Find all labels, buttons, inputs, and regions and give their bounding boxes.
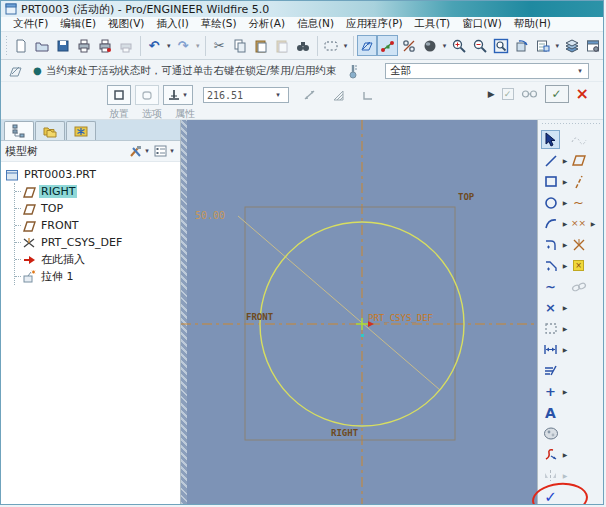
depth-option-dropdown[interactable]: ▾ [181, 91, 189, 99]
tab-options[interactable]: 选项 [142, 108, 162, 119]
text-tool-button[interactable]: A [541, 403, 560, 422]
undo-button[interactable]: ↶ [144, 35, 165, 56]
graphics-area[interactable]: 50.00 TOP FRONT RIGHT PRT_CSYS_DEF [181, 120, 537, 504]
tree-item-label[interactable]: PRT_CSYS_DEF [39, 236, 124, 249]
tree-filters-dropdown[interactable]: ▾ [143, 147, 151, 155]
toolbar-grip[interactable] [5, 36, 9, 56]
rectangle-tool-button[interactable] [541, 172, 560, 191]
spline-tool-button[interactable]: ~ [541, 277, 560, 296]
tree-item-right-plane[interactable]: RIGHT [15, 183, 180, 200]
paste-special-button[interactable] [272, 35, 293, 56]
menu-window[interactable]: 窗口(W) [456, 17, 508, 31]
tab-properties[interactable]: 属性 [175, 108, 195, 119]
view-manager-button[interactable] [582, 35, 603, 56]
datum-display-button[interactable] [377, 35, 398, 56]
copy-button[interactable] [230, 35, 251, 56]
sketch-orientation-button[interactable] [357, 35, 378, 56]
dimension-tool-button[interactable] [541, 340, 560, 359]
menu-analysis[interactable]: 分析(A) [243, 17, 291, 31]
tree-item-label[interactable]: FRONT [39, 219, 81, 232]
tab-folder-browser[interactable] [35, 121, 65, 140]
layers-button[interactable] [561, 35, 582, 56]
tree-item-csys[interactable]: PRT_CSYS_DEF [15, 234, 180, 251]
arc-flyout[interactable]: ▶ [561, 220, 569, 227]
print-button[interactable] [74, 35, 95, 56]
redo-dropdown[interactable]: ▾ [194, 42, 202, 50]
tree-item-top-plane[interactable]: TOP [15, 200, 180, 217]
tree-settings-button[interactable]: ▾ [153, 144, 176, 158]
fillet-tool-button[interactable] [541, 235, 560, 254]
depth-value-input[interactable] [204, 90, 274, 101]
tree-item-label[interactable]: 拉伸 1 [39, 269, 76, 284]
front-plane-tag[interactable]: FRONT [246, 312, 273, 322]
line-tool-button[interactable] [541, 151, 560, 170]
dimension-flyout[interactable]: ▶ [561, 346, 569, 353]
undo-dropdown[interactable]: ▾ [165, 42, 173, 50]
save-button[interactable] [53, 35, 74, 56]
redo-button[interactable]: ↷ [173, 35, 194, 56]
circle-tool-button[interactable] [541, 193, 560, 212]
select-tool-button[interactable] [541, 130, 560, 149]
menu-info[interactable]: 信息(N) [291, 17, 340, 31]
tree-item-part[interactable]: PRT0003.PRT [5, 166, 180, 183]
depth-value-dropdown[interactable]: ▾ [274, 91, 282, 99]
modify-tool-button[interactable] [541, 361, 560, 380]
zoom-in-button[interactable] [448, 35, 469, 56]
menu-help[interactable]: 帮助(H) [508, 17, 557, 31]
print-marked-button[interactable] [95, 35, 116, 56]
tree-settings-dropdown[interactable]: ▾ [168, 147, 176, 155]
palette-tool-button[interactable] [541, 424, 560, 443]
top-plane-tag[interactable]: TOP [458, 192, 474, 202]
depth-value-field[interactable]: ▾ [203, 87, 289, 103]
saved-views-dropdown[interactable]: ▾ [553, 42, 561, 50]
filter-dropdown-arrow[interactable]: ▾ [576, 67, 584, 75]
sketch-done-button[interactable]: ✓ [541, 487, 560, 505]
line-flyout[interactable]: ▶ [561, 157, 569, 164]
paste-button[interactable] [251, 35, 272, 56]
constrain-tool-button[interactable]: + [541, 382, 560, 401]
resume-icon[interactable]: ▶ [488, 89, 495, 99]
selection-filter-dropdown[interactable]: ▾ [342, 42, 350, 50]
secondary-centerline-button[interactable] [569, 172, 588, 191]
use-edge-tool-button[interactable] [541, 319, 560, 338]
tab-favorites[interactable] [66, 121, 96, 140]
message-filter-select[interactable]: 全部 ▾ [385, 63, 589, 79]
menu-sketch[interactable]: 草绘(S) [195, 17, 243, 31]
cancel-button[interactable]: × [576, 87, 589, 101]
tree-item-insert-here[interactable]: 在此插入 [15, 251, 180, 268]
new-file-button[interactable] [11, 35, 32, 56]
secondary-points-button[interactable]: ×× [569, 214, 588, 233]
constrain-flyout[interactable]: ▶ [561, 388, 569, 395]
circle-flyout[interactable]: ▶ [561, 199, 569, 206]
tree-item-label[interactable]: 在此插入 [39, 252, 87, 267]
cut-button[interactable]: ✂ [209, 35, 230, 56]
preview-checkbox[interactable]: ✓ [502, 88, 514, 100]
menu-file[interactable]: 文件(F) [7, 17, 54, 31]
open-file-button[interactable] [32, 35, 53, 56]
tree-filters-button[interactable]: ▾ [128, 144, 151, 158]
secondary-parallelogram-button[interactable] [569, 151, 588, 170]
right-plane-tag[interactable]: RIGHT [331, 428, 358, 438]
refit-button[interactable] [490, 35, 511, 56]
chamfer-flyout[interactable]: ▶ [561, 262, 569, 269]
use-edge-flyout[interactable]: ▶ [561, 325, 569, 332]
tree-item-extrude[interactable]: 拉伸 1 [15, 268, 180, 285]
verify-glasses-icon[interactable] [521, 88, 538, 100]
zoom-out-button[interactable] [469, 35, 490, 56]
secondary-csys-button[interactable] [569, 235, 588, 254]
point-tool-button[interactable]: × [541, 298, 560, 317]
depth-option-button[interactable]: ▾ [163, 85, 193, 105]
internal-section-button[interactable] [107, 85, 131, 105]
menu-insert[interactable]: 插入(I) [150, 17, 194, 31]
tree-item-label[interactable]: RIGHT [39, 185, 77, 198]
saved-views-button[interactable] [532, 35, 553, 56]
tab-placement[interactable]: 放置 [109, 108, 129, 119]
selection-filter-button[interactable] [321, 35, 342, 56]
secondary-conic-button[interactable]: ~ [569, 193, 588, 212]
menu-edit[interactable]: 编辑(E) [54, 17, 102, 31]
menu-applications[interactable]: 应用程序(P) [340, 17, 409, 31]
tab-model-tree[interactable] [4, 121, 34, 140]
trim-flyout[interactable]: ▶ [561, 451, 569, 458]
sketcher-toolbar-grip[interactable] [542, 123, 601, 127]
chamfer-tool-button[interactable] [541, 256, 560, 275]
